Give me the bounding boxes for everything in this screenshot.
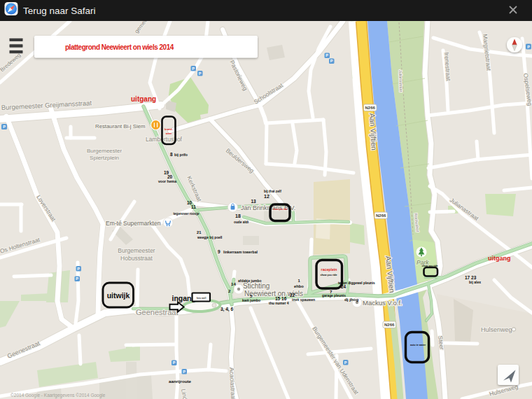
svg-text:3, 4, 6: 3, 4, 6 [220,307,233,312]
svg-text:kwit jumbo: kwit jumbo [242,298,260,302]
svg-text:Julianastraat: Julianastraat [398,70,403,92]
svg-text:P: P [192,66,195,71]
svg-text:11: 11 [191,204,196,209]
svg-text:©2014 Google - Kaartgegevens ©: ©2014 Google - Kaartgegevens ©2014 Googl… [10,393,106,398]
svg-text:2: 2 [228,288,231,293]
svg-text:ehbo: ehbo [294,284,304,288]
svg-text:P: P [76,276,78,281]
svg-text:foto wall: foto wall [197,297,206,300]
svg-text:N266: N266 [365,106,376,110]
svg-text:P: P [199,71,202,76]
svg-text:Burgemeester: Burgemeester [87,148,122,154]
svg-text:P: P [326,53,328,57]
svg-text:13: 13 [251,199,257,204]
svg-text:bij thai zelf: bij thai zelf [264,190,281,193]
svg-text:weegje bij poell: weegje bij poell [197,236,222,239]
svg-text:12: 12 [264,194,270,199]
svg-text:P: P [183,370,186,374]
svg-text:Restaurant Bi-j Siem: Restaurant Bi-j Siem [95,123,146,130]
svg-text:uitgang: uitgang [488,255,511,262]
svg-text:Hobusstraat: Hobusstraat [120,255,153,262]
svg-text:tegenover roosje: tegenover roosje [173,212,199,216]
svg-text:P: P [3,125,6,129]
svg-text:Lambertushof: Lambertushof [146,136,183,143]
svg-text:bij alex: bij alex [469,280,481,284]
svg-text:8: 8 [170,152,173,157]
svg-text:voor hema: voor hema [158,179,176,183]
svg-text:Mackus V.o.f.: Mackus V.o.f. [363,299,402,307]
svg-text:plattegrond Neewieert on wiels: plattegrond Neewieert on wiels 2014 [65,43,174,51]
svg-text:Em-té Supermarkten: Em-té Supermarkten [106,220,161,227]
svg-text:20: 20 [167,174,173,179]
svg-text:invit spauwen: invit spauwen [292,298,315,302]
svg-text:show you ride: show you ride [320,274,337,276]
svg-text:afdakje jumbo: afdakje jumbo [238,279,262,283]
svg-text:auto te water: auto te water [410,344,426,346]
svg-text:15 16: 15 16 [275,296,287,301]
svg-text:Terug naar Safari: Terug naar Safari [23,6,96,16]
svg-text:P: P [77,267,80,271]
svg-text:17 23: 17 23 [465,275,477,280]
svg-text:oude aldi: oude aldi [234,220,248,224]
svg-text:Hulsenweg: Hulsenweg [481,326,512,333]
svg-text:garage pleunis: garage pleunis [322,294,346,298]
svg-text:21: 21 [197,230,202,234]
svg-text:brand-: brand- [164,128,174,131]
svg-text:P: P [173,360,176,365]
svg-text:N266: N266 [376,214,386,218]
svg-text:9: 9 [218,249,220,254]
svg-text:raceplein: raceplein [321,267,337,272]
svg-text:N266: N266 [384,323,395,327]
svg-text:Spiertzplein: Spiertzplein [90,155,119,161]
svg-text:aanrijroute: aanrijroute [169,379,192,384]
svg-text:uitgang: uitgang [131,95,156,103]
svg-text:Burgemeester: Burgemeester [118,247,155,254]
svg-text:thu numer 4: thu numer 4 [269,301,289,305]
svg-text:14: 14 [231,281,236,286]
svg-text:show you ride: show you ride [273,208,288,211]
svg-text:linkerraam towerbal: linkerraam towerbal [223,250,258,254]
svg-text:P: P [527,45,530,49]
svg-text:uitwijk: uitwijk [107,291,130,300]
svg-text:Stichting: Stichting [243,282,270,290]
svg-text:P: P [344,360,347,365]
svg-text:bij prifo: bij prifo [174,153,188,157]
svg-text:dj jhog: dj jhog [344,297,358,302]
svg-text:18: 18 [235,214,241,218]
svg-text:weer: weer [165,132,172,135]
svg-text:P: P [330,59,333,63]
